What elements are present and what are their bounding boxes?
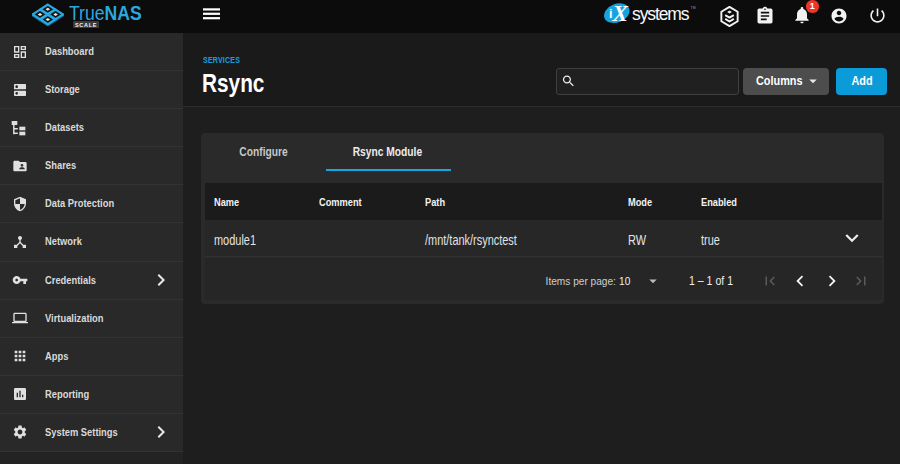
svg-text:TM: TM [691,6,696,10]
svg-text:X: X [612,1,629,26]
svg-text:systems: systems [632,4,690,24]
